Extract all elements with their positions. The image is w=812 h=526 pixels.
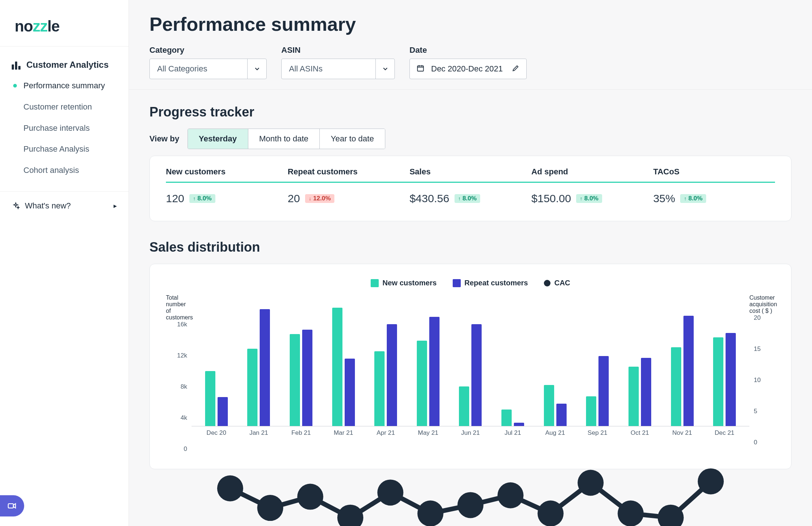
bar-new: [374, 351, 385, 426]
video-fab[interactable]: [0, 495, 24, 516]
viewby-tab-year-to-date[interactable]: Year to date: [319, 129, 385, 149]
sidebar-nav: Customer Analytics Performance summaryCu…: [0, 47, 129, 192]
x-tick: Dec 21: [703, 429, 746, 437]
viewby-tab-month-to-date[interactable]: Month to date: [248, 129, 320, 149]
category-select[interactable]: All Categories: [149, 59, 267, 79]
active-dot-icon: [13, 147, 17, 151]
legend-new: New customers: [371, 279, 437, 287]
chevron-down-icon[interactable]: [247, 59, 266, 79]
y-tick: 16k: [177, 321, 187, 328]
x-tick: Jun 21: [449, 429, 492, 437]
bar-group: [534, 295, 576, 426]
bar-repeat: [218, 397, 228, 426]
sidebar-item-purchase-intervals[interactable]: Purchase intervals: [6, 118, 123, 139]
bar-repeat: [641, 358, 651, 426]
svg-point-3: [297, 484, 323, 510]
page-title: Performance summary: [149, 13, 791, 35]
kpi-value: 20: [288, 192, 300, 205]
sidebar-item-performance-summary[interactable]: Performance summary: [6, 75, 123, 96]
bar-group: [449, 295, 492, 426]
filter-category: Category All Categories: [149, 45, 267, 79]
bar-group: [407, 295, 449, 426]
sidebar-item-label: Customer retention: [23, 99, 92, 115]
chart-legend: New customers Repeat customers CAC: [166, 279, 775, 287]
viewby-row: View by YesterdayMonth to dateYear to da…: [149, 129, 791, 149]
caret-right-icon: ▸: [114, 202, 117, 210]
sidebar-item-label: Cohort analysis: [23, 163, 79, 178]
bar-repeat: [345, 359, 355, 426]
bar-repeat: [260, 309, 270, 426]
delta-badge: ↑8.0%: [680, 194, 706, 203]
calendar-icon: [416, 64, 424, 74]
chevron-down-icon[interactable]: [375, 59, 394, 79]
kpi-header: Repeat customers: [288, 167, 410, 177]
progress-card: New customersRepeat customersSalesAd spe…: [149, 156, 791, 221]
kpi-cell: $430.56↑8.0%: [409, 192, 531, 205]
active-dot-icon: [13, 168, 17, 172]
y-tick: 4k: [181, 414, 187, 422]
filters-row: Category All Categories ASIN All ASINs D…: [149, 45, 791, 79]
svg-point-9: [538, 500, 564, 526]
kpi-value: 120: [166, 192, 184, 205]
chart-plot: [192, 295, 749, 426]
content: Progress tracker View by YesterdayMonth …: [129, 90, 812, 491]
x-tick: Sep 21: [576, 429, 619, 437]
nav-section-header: Customer Analytics: [6, 57, 123, 75]
y-tick: 0: [184, 445, 187, 453]
y-tick: 8k: [181, 383, 187, 390]
sidebar-item-cohort-analysis[interactable]: Cohort analysis: [6, 160, 123, 181]
kpi-cell: $150.00↑8.0%: [531, 192, 653, 205]
pencil-icon[interactable]: [512, 64, 520, 74]
kpi-value: 35%: [653, 192, 675, 205]
bar-new: [205, 371, 215, 426]
kpi-cell: 35%↑8.0%: [653, 192, 775, 205]
bar-group: [619, 295, 661, 426]
kpi-value: $150.00: [531, 192, 571, 205]
bar-new: [501, 410, 512, 426]
x-tick: Feb 21: [280, 429, 322, 437]
kpi-value: $430.56: [409, 192, 449, 205]
x-tick: Dec 20: [195, 429, 238, 437]
bars-icon: [12, 60, 21, 70]
asin-select[interactable]: All ASINs: [281, 59, 395, 79]
bar-group: [238, 295, 280, 426]
page-header: Performance summary Category All Categor…: [129, 0, 812, 90]
filter-asin: ASIN All ASINs: [281, 45, 395, 79]
nav-section-label: Customer Analytics: [26, 60, 109, 70]
bars-container: [192, 295, 749, 426]
y-tick: 15: [754, 345, 761, 353]
active-dot-icon: [13, 126, 17, 130]
bar-repeat: [726, 333, 736, 426]
delta-badge: ↑8.0%: [455, 194, 481, 203]
bar-group: [576, 295, 619, 426]
sidebar-item-purchase-analysis[interactable]: Purchase Analysis: [6, 138, 123, 160]
arrow-up-icon: ↑: [684, 196, 686, 201]
whats-new[interactable]: What's new? ▸: [0, 192, 129, 220]
delta-badge: ↑8.0%: [189, 194, 215, 203]
chart-area: Total number of customers 16k12k8k4k0 De…: [166, 295, 775, 453]
category-value: All Categories: [150, 59, 247, 79]
bar-new: [544, 385, 554, 426]
y-tick: 12k: [177, 352, 187, 359]
viewby-label: View by: [149, 134, 179, 144]
progress-title: Progress tracker: [149, 104, 791, 120]
bar-repeat: [302, 330, 312, 426]
bar-new: [290, 334, 300, 426]
y-axis-left: 16k12k8k4k0: [166, 321, 192, 453]
sidebar-item-label: Purchase Analysis: [23, 141, 89, 157]
svg-point-6: [418, 500, 444, 526]
bar-repeat: [514, 423, 524, 426]
svg-point-2: [257, 495, 283, 521]
svg-rect-0: [418, 66, 424, 71]
arrow-down-icon: ↓: [309, 196, 311, 201]
date-picker[interactable]: Dec 2020-Dec 2021: [409, 59, 527, 79]
bar-repeat: [429, 317, 440, 426]
delta-badge: ↑8.0%: [576, 194, 602, 203]
y-tick: 5: [754, 408, 757, 415]
svg-point-11: [618, 500, 644, 526]
sidebar-item-customer-retention[interactable]: Customer retention: [6, 96, 123, 118]
bar-new: [417, 341, 427, 426]
bar-repeat: [556, 404, 567, 426]
filter-date: Date Dec 2020-Dec 2021: [409, 45, 527, 79]
viewby-tab-yesterday[interactable]: Yesterday: [188, 129, 248, 149]
